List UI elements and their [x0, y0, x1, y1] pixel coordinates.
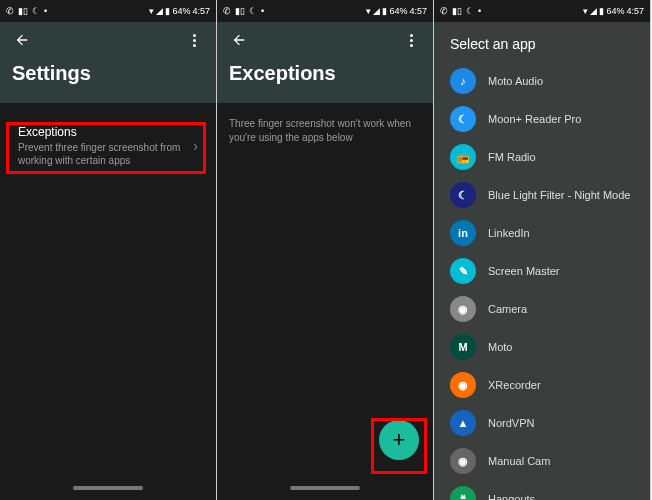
back-button[interactable]	[229, 30, 249, 50]
battery-pct: 64%	[389, 6, 407, 16]
app-row[interactable]: 📻FM Radio	[434, 138, 650, 176]
app-name-label: Screen Master	[488, 265, 560, 277]
battery-icon: ▮	[599, 6, 604, 16]
signal-icon: ▮▯	[18, 6, 28, 16]
app-icon: ✎	[450, 258, 476, 284]
whatsapp-icon: ✆	[6, 6, 14, 16]
app-icon: ◉	[450, 372, 476, 398]
do-not-disturb-icon: ☾	[32, 6, 40, 16]
app-name-label: LinkedIn	[488, 227, 530, 239]
back-arrow-icon	[231, 32, 247, 48]
nav-bar[interactable]	[217, 476, 433, 500]
back-arrow-icon	[14, 32, 30, 48]
app-name-label: Manual Cam	[488, 455, 550, 467]
app-icon: ♪	[450, 68, 476, 94]
app-icon: ☾	[450, 106, 476, 132]
app-icon: ▲	[450, 410, 476, 436]
app-icon: ☾	[450, 182, 476, 208]
more-notif-icon: •	[44, 6, 47, 16]
app-picker-sheet: Select an app ♪Moto Audio☾Moon+ Reader P…	[434, 22, 650, 500]
status-bar: ✆ ▮▯ ☾ • ▾ ◢ ▮ 64% 4:57	[434, 0, 650, 22]
app-icon: ❝	[450, 486, 476, 500]
status-bar: ✆ ▮▯ ☾ • ▾ ◢ ▮ 64% 4:57	[0, 0, 216, 22]
network-icon: ◢	[590, 6, 597, 16]
sheet-title: Select an app	[434, 32, 650, 62]
screen-exceptions: ✆ ▮▯ ☾ • ▾ ◢ ▮ 64% 4:57 Exceptions Three…	[217, 0, 434, 500]
clock: 4:57	[626, 6, 644, 16]
app-name-label: Blue Light Filter - Night Mode	[488, 189, 630, 201]
app-list: ♪Moto Audio☾Moon+ Reader Pro📻FM Radio☾Bl…	[434, 62, 650, 500]
more-button[interactable]	[401, 30, 421, 50]
app-name-label: XRecorder	[488, 379, 541, 391]
app-row[interactable]: ✎Screen Master	[434, 252, 650, 290]
app-name-label: Moto Audio	[488, 75, 543, 87]
app-row[interactable]: ❝Hangouts	[434, 480, 650, 500]
app-row[interactable]: ◉Manual Cam	[434, 442, 650, 480]
page-title: Settings	[0, 58, 216, 103]
app-name-label: Moto	[488, 341, 512, 353]
battery-pct: 64%	[606, 6, 624, 16]
app-name-label: NordVPN	[488, 417, 534, 429]
app-row[interactable]: ◉XRecorder	[434, 366, 650, 404]
app-row[interactable]: ☾Moon+ Reader Pro	[434, 100, 650, 138]
battery-pct: 64%	[172, 6, 190, 16]
more-notif-icon: •	[478, 6, 481, 16]
app-icon: ◉	[450, 448, 476, 474]
do-not-disturb-icon: ☾	[249, 6, 257, 16]
app-icon: in	[450, 220, 476, 246]
app-row[interactable]: ♪Moto Audio	[434, 62, 650, 100]
highlight-annotation	[6, 122, 206, 174]
status-bar: ✆ ▮▯ ☾ • ▾ ◢ ▮ 64% 4:57	[217, 0, 433, 22]
app-row[interactable]: ▲NordVPN	[434, 404, 650, 442]
screen-app-picker: ✆ ▮▯ ☾ • ▾ ◢ ▮ 64% 4:57 Select an app ♪M…	[434, 0, 651, 500]
whatsapp-icon: ✆	[440, 6, 448, 16]
topbar	[217, 22, 433, 58]
signal-icon: ▮▯	[452, 6, 462, 16]
wifi-icon: ▾	[149, 6, 154, 16]
app-icon: ◉	[450, 296, 476, 322]
app-row[interactable]: inLinkedIn	[434, 214, 650, 252]
more-notif-icon: •	[261, 6, 264, 16]
app-row[interactable]: ◉Camera	[434, 290, 650, 328]
network-icon: ◢	[373, 6, 380, 16]
battery-icon: ▮	[165, 6, 170, 16]
clock: 4:57	[192, 6, 210, 16]
app-name-label: FM Radio	[488, 151, 536, 163]
app-row[interactable]: MMoto	[434, 328, 650, 366]
app-row[interactable]: ☾Blue Light Filter - Night Mode	[434, 176, 650, 214]
network-icon: ◢	[156, 6, 163, 16]
app-name-label: Moon+ Reader Pro	[488, 113, 581, 125]
screen-settings: ✆ ▮▯ ☾ • ▾ ◢ ▮ 64% 4:57 Settings Excepti…	[0, 0, 217, 500]
highlight-annotation	[371, 418, 427, 474]
app-name-label: Hangouts	[488, 493, 535, 500]
more-button[interactable]	[184, 30, 204, 50]
app-name-label: Camera	[488, 303, 527, 315]
description-text: Three finger screenshot won't work when …	[217, 103, 433, 159]
page-title: Exceptions	[217, 58, 433, 103]
battery-icon: ▮	[382, 6, 387, 16]
app-icon: M	[450, 334, 476, 360]
whatsapp-icon: ✆	[223, 6, 231, 16]
wifi-icon: ▾	[366, 6, 371, 16]
app-icon: 📻	[450, 144, 476, 170]
back-button[interactable]	[12, 30, 32, 50]
wifi-icon: ▾	[583, 6, 588, 16]
signal-icon: ▮▯	[235, 6, 245, 16]
do-not-disturb-icon: ☾	[466, 6, 474, 16]
topbar	[0, 22, 216, 58]
nav-bar[interactable]	[0, 476, 216, 500]
clock: 4:57	[409, 6, 427, 16]
